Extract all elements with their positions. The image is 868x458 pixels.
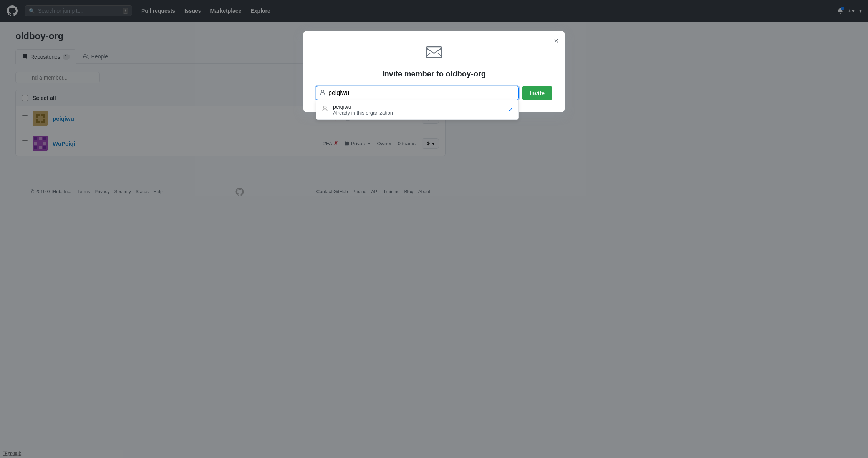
autocomplete-sub: Already in this organization [333,110,393,116]
modal-envelope-icon [316,43,552,65]
modal-user-icon [320,90,326,97]
modal-input-wrap: peiqiwu Already in this organization ✓ [316,86,519,100]
autocomplete-check-icon: ✓ [508,106,513,113]
invite-member-modal: × Invite member to oldboy-org [303,31,565,112]
autocomplete-item-peiqiwu[interactable]: peiqiwu Already in this organization ✓ [316,100,518,119]
invite-search-input[interactable] [316,86,519,100]
autocomplete-username: peiqiwu [333,104,393,110]
modal-invite-button[interactable]: Invite [522,86,552,100]
svg-rect-16 [426,47,442,58]
autocomplete-dropdown: peiqiwu Already in this organization ✓ [316,100,519,120]
modal-overlay[interactable]: × Invite member to oldboy-org [0,0,868,213]
modal-close-button[interactable]: × [554,37,558,45]
modal-title: Invite member to oldboy-org [316,70,552,78]
envelope-icon [425,43,443,61]
autocomplete-item-text: peiqiwu Already in this organization [333,104,393,116]
autocomplete-user-icon [321,105,328,114]
modal-input-row: peiqiwu Already in this organization ✓ I… [316,86,552,100]
